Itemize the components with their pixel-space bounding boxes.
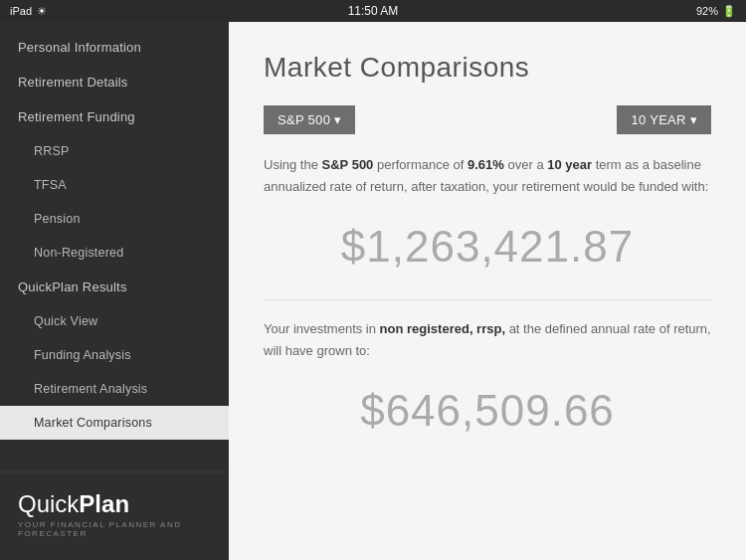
status-right: 92% 🔋 [696,5,736,18]
desc2-bold: non registered, rrsp, [380,321,505,336]
sidebar-item-market-comparisons[interactable]: Market Comparisons [0,406,229,440]
brand-tagline: YOUR FINANCIAL PLANNER AND FORECASTER [18,520,211,538]
sidebar-item-retirement-details[interactable]: Retirement Details [0,65,229,99]
battery-icon: 🔋 [722,5,736,18]
description-text-2: Your investments in non registered, rrsp… [264,318,711,362]
term-selector-button[interactable]: 10 YEAR ▾ [617,105,711,134]
buttons-row: S&P 500 ▾ 10 YEAR ▾ [264,105,711,134]
status-time: 11:50 AM [348,4,399,18]
sidebar-item-retirement-analysis[interactable]: Retirement Analysis [0,372,229,406]
status-bar: iPad ☀ 11:50 AM 92% 🔋 [0,0,746,22]
brand-bold: Plan [79,490,129,517]
index-selector-button[interactable]: S&P 500 ▾ [264,105,355,134]
nav-list: Personal Information Retirement Details … [0,22,229,471]
section-divider [264,299,711,300]
page-title: Market Comparisons [264,52,711,84]
amount-2: $646,509.66 [264,368,711,446]
main-content: Market Comparisons S&P 500 ▾ 10 YEAR ▾ U… [229,22,746,560]
brand-logo: QuickPlan [18,490,211,518]
sidebar-item-quickplan-results[interactable]: QuickPlan Results [0,270,229,304]
sidebar-item-retirement-funding[interactable]: Retirement Funding [0,99,229,134]
desc1-prefix: Using the [264,157,322,172]
desc1-term-pre: over a [504,157,547,172]
sidebar: Personal Information Retirement Details … [0,22,229,560]
desc1-term: 10 year [547,157,592,172]
battery-level: 92% [696,5,718,17]
sidebar-item-pension[interactable]: Pension [0,202,229,236]
status-ipad-label: iPad [10,5,32,17]
sidebar-item-rrsp[interactable]: RRSP [0,134,229,168]
desc2-prefix: Your investments in [264,321,380,336]
sidebar-item-non-registered[interactable]: Non-Registered [0,236,229,270]
desc1-rate: 9.61% [467,157,504,172]
wifi-icon: ☀ [37,5,47,18]
sidebar-item-funding-analysis[interactable]: Funding Analysis [0,338,229,372]
status-left: iPad ☀ [10,5,47,18]
sidebar-item-tfsa[interactable]: TFSA [0,168,229,202]
sidebar-brand: QuickPlan YOUR FINANCIAL PLANNER AND FOR… [0,471,229,560]
amount-1: $1,263,421.87 [264,204,711,299]
sidebar-item-quick-view[interactable]: Quick View [0,304,229,338]
app-body: Personal Information Retirement Details … [0,22,746,560]
desc1-middle: performance of [373,157,467,172]
description-text-1: Using the S&P 500 performance of 9.61% o… [264,154,711,198]
sidebar-item-personal-information[interactable]: Personal Information [0,30,229,65]
desc1-index: S&P 500 [322,157,374,172]
brand-light: Quick [18,490,79,517]
